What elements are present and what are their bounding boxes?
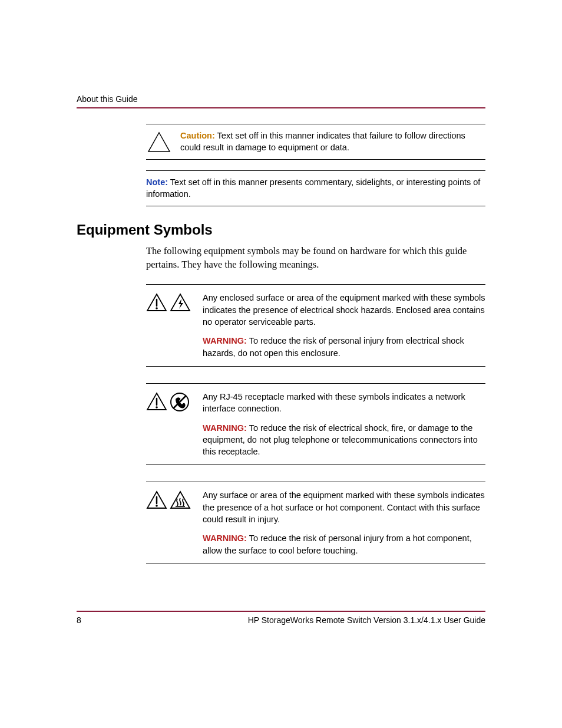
warning-label: WARNING: — [203, 336, 247, 345]
hot-text: Any surface or area of the equipment mar… — [203, 489, 485, 556]
symbol-block-hot: Any surface or area of the equipment mar… — [146, 482, 485, 564]
running-head: About this Guide — [77, 94, 485, 108]
exclamation-triangle-icon — [146, 490, 167, 509]
lightning-triangle-icon — [170, 293, 191, 312]
hot-icons — [146, 489, 193, 556]
caution-label: Caution: — [180, 131, 215, 140]
page: About this Guide Caution: Text set off i… — [0, 0, 562, 728]
content-area: Caution: Text set off in this manner ind… — [77, 124, 485, 581]
svg-marker-0 — [148, 133, 170, 151]
note-callout: Note: Text set off in this manner presen… — [146, 170, 485, 206]
warning-label: WARNING: — [203, 533, 247, 543]
footer: 8 HP StorageWorks Remote Switch Version … — [77, 611, 485, 625]
section-heading: Equipment Symbols — [77, 222, 485, 238]
rj45-icons — [146, 391, 193, 457]
exclamation-triangle-icon — [146, 293, 167, 312]
footer-doc-title: HP StorageWorks Remote Switch Version 3.… — [248, 615, 485, 625]
shock-text: Any enclosed surface or area of the equi… — [203, 292, 485, 358]
svg-point-3 — [156, 308, 158, 310]
caution-triangle-icon — [146, 130, 172, 153]
rj45-text: Any RJ-45 receptacle marked with these s… — [203, 391, 485, 457]
header-rule — [77, 107, 485, 108]
footer-rule — [77, 611, 485, 612]
caution-text: Caution: Text set off in this manner ind… — [180, 130, 485, 153]
caution-body: Text set off in this manner indicates th… — [180, 131, 465, 152]
symbol-block-rj45: Any RJ-45 receptacle marked with these s… — [146, 383, 485, 465]
svg-marker-5 — [178, 299, 183, 309]
page-number: 8 — [77, 615, 81, 625]
svg-point-8 — [156, 406, 158, 409]
symbol-block-shock: Any enclosed surface or area of the equi… — [146, 284, 485, 366]
warning-label: WARNING: — [203, 423, 247, 433]
shock-warning: WARNING: To reduce the risk of personal … — [203, 335, 485, 359]
svg-point-13 — [156, 505, 158, 508]
running-head-text: About this Guide — [77, 94, 485, 104]
exclamation-triangle-icon — [146, 392, 167, 411]
note-body: Text set off in this manner presents com… — [146, 177, 480, 199]
note-label: Note: — [146, 177, 168, 187]
svg-marker-14 — [171, 492, 190, 508]
rj45-desc: Any RJ-45 receptacle marked with these s… — [203, 391, 485, 415]
caution-callout: Caution: Text set off in this manner ind… — [146, 124, 485, 160]
shock-desc: Any enclosed surface or area of the equi… — [203, 292, 485, 328]
hot-desc: Any surface or area of the equipment mar… — [203, 489, 485, 525]
section-intro: The following equipment symbols may be f… — [146, 244, 485, 271]
hot-warning: WARNING: To reduce the risk of personal … — [203, 532, 485, 556]
hot-surface-triangle-icon — [170, 490, 191, 509]
rj45-warning: WARNING: To reduce the risk of electrica… — [203, 422, 485, 458]
footer-row: 8 HP StorageWorks Remote Switch Version … — [77, 615, 485, 625]
note-text: Note: Text set off in this manner presen… — [146, 177, 485, 200]
no-telephone-icon — [170, 392, 190, 412]
shock-icons — [146, 292, 193, 358]
